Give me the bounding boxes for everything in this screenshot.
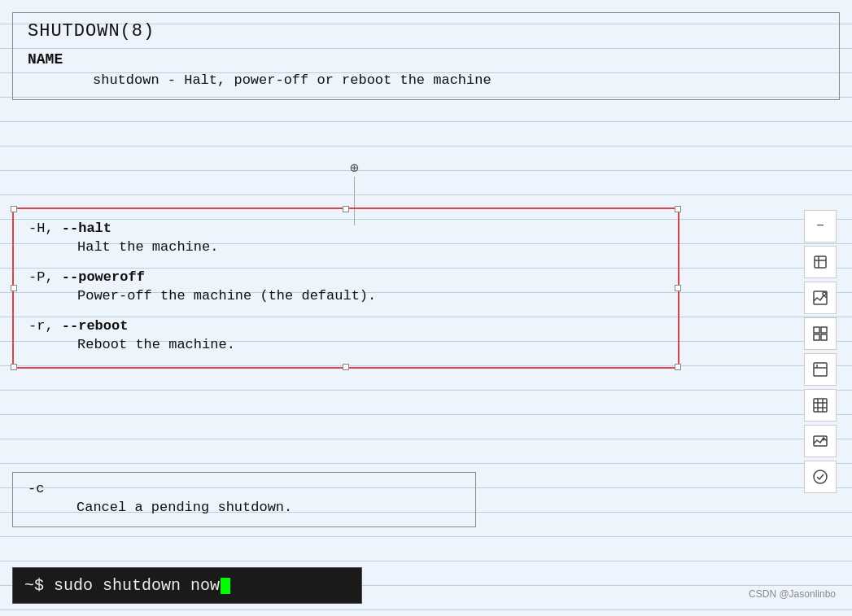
c-option-desc: Cancel a pending shutdown. xyxy=(28,500,461,515)
selection-box: -H, --halt Halt the machine. -P, --power… xyxy=(12,208,679,369)
toolbar-image-button[interactable] xyxy=(804,425,837,457)
handle-bottom-right[interactable] xyxy=(675,364,681,370)
resize-icon: ⊕ xyxy=(350,159,359,177)
halt-option-title: -H, --halt xyxy=(28,221,663,236)
reboot-option-title: -r, --reboot xyxy=(28,318,663,334)
c-option-title: -c xyxy=(28,481,461,496)
manpage-title: SHUTDOWN(8) xyxy=(28,21,824,42)
halt-option-desc: Halt the machine. xyxy=(28,239,663,255)
top-box: SHUTDOWN(8) NAME shutdown - Halt, power-… xyxy=(12,12,840,100)
svg-rect-6 xyxy=(821,327,827,333)
svg-rect-8 xyxy=(821,334,827,340)
c-option-box: -c Cancel a pending shutdown. xyxy=(12,472,476,527)
name-section-label: NAME xyxy=(28,51,824,68)
terminal-prompt: ~$ sudo shutdown now xyxy=(24,576,220,595)
svg-rect-12 xyxy=(814,399,827,412)
name-section-desc: shutdown - Halt, power-off or reboot the… xyxy=(28,72,824,88)
svg-rect-3 xyxy=(814,291,827,304)
handle-top-mid[interactable] xyxy=(343,206,349,212)
terminal-cursor xyxy=(221,578,230,594)
handle-right-mid[interactable] xyxy=(675,285,681,291)
toolbar-grid-button[interactable] xyxy=(804,317,837,350)
toolbar-minus-button[interactable]: − xyxy=(804,210,837,242)
reboot-option-desc: Reboot the machine. xyxy=(28,337,663,352)
handle-top-right[interactable] xyxy=(675,206,681,212)
svg-point-19 xyxy=(814,470,827,483)
handle-bottom-left[interactable] xyxy=(11,364,17,370)
toolbar-crop-button[interactable] xyxy=(804,246,837,278)
svg-rect-5 xyxy=(814,327,819,333)
toolbar-collapse-button[interactable] xyxy=(804,353,837,386)
handle-top-left[interactable] xyxy=(11,206,17,212)
svg-point-18 xyxy=(823,439,825,441)
toolbar-transform-button[interactable] xyxy=(804,389,837,422)
handle-bottom-mid[interactable] xyxy=(343,364,349,370)
terminal-box[interactable]: ~$ sudo shutdown now xyxy=(12,567,362,604)
toolbar-confirm-button[interactable] xyxy=(804,461,837,493)
main-content: SHUTDOWN(8) NAME shutdown - Halt, power-… xyxy=(0,0,852,616)
svg-rect-7 xyxy=(814,334,819,340)
watermark: CSDN @Jasonlinbo xyxy=(749,588,836,600)
svg-point-4 xyxy=(823,292,826,295)
svg-rect-9 xyxy=(814,363,827,376)
poweroff-option-title: -P, --poweroff xyxy=(28,269,663,285)
svg-rect-0 xyxy=(815,256,826,268)
handle-left-mid[interactable] xyxy=(11,285,17,291)
toolbar-edit-image-button[interactable] xyxy=(804,282,837,314)
poweroff-option-desc: Power-off the machine (the default). xyxy=(28,288,663,304)
right-toolbar: − xyxy=(804,210,840,493)
